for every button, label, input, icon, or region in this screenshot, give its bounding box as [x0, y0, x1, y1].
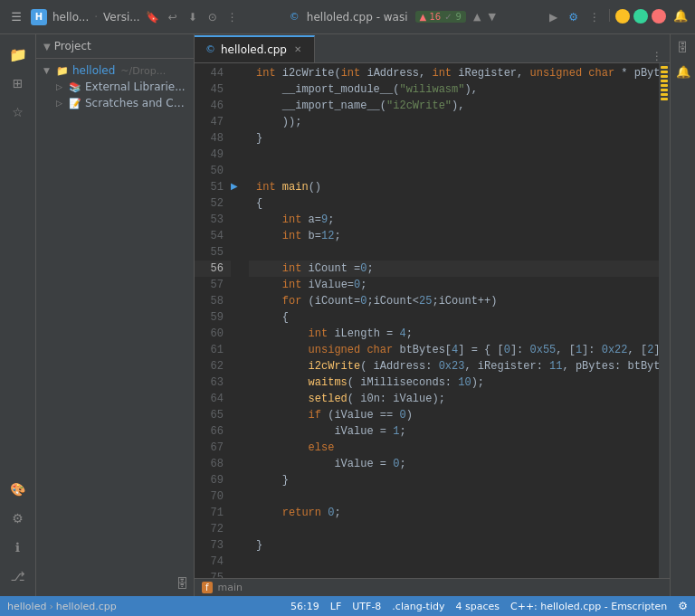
code-line-45: __import_module__("wiliwasm"), — [249, 81, 659, 98]
nav-down-icon[interactable]: ▼ — [488, 11, 495, 23]
status-inspection[interactable]: .clang-tidy — [392, 601, 444, 612]
project-tree: ▼ 📁 helloled ~/Drop... ▷ 📚 External Libr… — [36, 59, 194, 571]
title-bar: ☰ H hello... · Versi... 🔖 ↩ ⬇ ⊙ ⋮ © hell… — [0, 0, 695, 34]
minimap-scrollbar — [659, 63, 670, 578]
code-content[interactable]: int i2cWrite(int iAddress, int iRegister… — [249, 63, 659, 578]
tab-more-icon[interactable]: ⋮ — [652, 50, 662, 62]
structure-icon[interactable]: ⊞ — [5, 71, 31, 96]
target-icon[interactable]: ⊙ — [205, 10, 220, 24]
code-line-69: } — [249, 472, 659, 488]
title-bar-left: ☰ H hello... · Versi... 🔖 ↩ ⬇ ⊙ ⋮ — [7, 8, 240, 26]
code-line-66: iValue = 1; — [249, 423, 659, 440]
back-icon[interactable]: ↩ — [166, 10, 180, 24]
code-line-51: int main() — [249, 179, 659, 195]
code-line-70 — [249, 488, 659, 505]
close-button[interactable] — [652, 9, 666, 24]
minimize-button[interactable] — [615, 9, 630, 24]
bell-icon[interactable]: 🔔 — [673, 9, 688, 25]
tab-close-button[interactable]: ✕ — [292, 43, 303, 55]
tab-helloled[interactable]: © helloled.cpp ✕ — [195, 35, 315, 62]
code-line-74 — [249, 554, 659, 570]
db-icon[interactable]: 🗄 — [176, 576, 188, 591]
code-line-58: for (iCount=0;iCount<25;iCount++) — [249, 293, 659, 309]
project-chevron: ▼ — [43, 42, 51, 52]
code-line-54: int b=12; — [249, 228, 659, 244]
external-label: External Librarie... — [85, 81, 186, 93]
code-line-75 — [249, 570, 659, 578]
status-language[interactable]: C++: helloled.cpp - Emscripten — [510, 601, 667, 612]
breadcrumb-file[interactable]: helloled.cpp — [56, 601, 117, 612]
folder-icon[interactable]: 📁 — [5, 42, 31, 67]
project-panel: ▼ Project ▼ 📁 helloled ~/Drop... ▷ 📚 Ext… — [36, 34, 195, 596]
status-bar: helloled › helloled.cpp 56:19 LF UTF-8 .… — [0, 596, 695, 616]
scroll-marker-2 — [661, 71, 668, 73]
code-line-55 — [249, 244, 659, 261]
scroll-marker-1 — [661, 66, 668, 69]
tree-item-scratches[interactable]: ▷ 📝 Scratches and Co... — [36, 95, 194, 111]
code-line-68: iValue = 0; — [249, 456, 659, 472]
scroll-marker-3 — [661, 75, 668, 78]
project-name: hello... — [52, 11, 89, 24]
tab-file-icon: © — [205, 43, 215, 55]
debug-icon[interactable]: ⚙ — [565, 9, 582, 25]
scroll-marker-6 — [661, 89, 668, 91]
palette-icon[interactable]: 🎨 — [5, 477, 31, 502]
project-header[interactable]: ▼ Project — [36, 34, 194, 59]
code-line-53: int a=9; — [249, 212, 659, 228]
more2-icon[interactable]: ⋮ — [586, 9, 604, 25]
status-line-ending[interactable]: LF — [330, 601, 341, 612]
nav-up-icon[interactable]: ▲ — [473, 11, 481, 23]
file-icon: © — [290, 11, 300, 23]
run-icon[interactable]: ▶ — [546, 9, 561, 25]
code-line-63: waitms( iMilliseconds: 10); — [249, 374, 659, 391]
warning-count: ▲ 16 — [420, 12, 442, 22]
breadcrumb-helloled[interactable]: helloled — [7, 601, 46, 612]
code-line-67: else — [249, 440, 659, 456]
scroll-marker-8 — [661, 98, 668, 100]
code-line-64: setled( i0n: iValue); — [249, 391, 659, 407]
git-icon[interactable]: ⎇ — [5, 564, 31, 589]
library-icon: 📚 — [69, 81, 81, 93]
function-icon: f — [202, 582, 213, 593]
right-panel: 🗄 🔔 — [670, 34, 695, 596]
separator — [609, 9, 610, 22]
more-icon[interactable]: ⋮ — [225, 10, 240, 24]
info-icon[interactable]: ℹ — [5, 535, 31, 560]
hamburger-icon[interactable]: ☰ — [7, 8, 25, 26]
title-filename: helloled.cpp - wasi — [307, 11, 408, 24]
bookmark-icon[interactable]: 🔖 — [146, 10, 160, 24]
scratches-label: Scratches and Co... — [85, 97, 190, 109]
project-label: Project — [54, 40, 91, 52]
maximize-button[interactable] — [633, 9, 648, 24]
download-icon[interactable]: ⬇ — [186, 10, 200, 24]
plugin-icon[interactable]: ⚙ — [5, 506, 31, 531]
gutter: ▶ — [231, 63, 249, 578]
status-position[interactable]: 56:19 — [290, 601, 319, 612]
tree-item-external[interactable]: ▷ 📚 External Librarie... — [36, 79, 194, 95]
code-line-46: __import_name__("i2cWrite"), — [249, 98, 659, 114]
line-numbers: 44 45 46 47 48 49 50 51 52 53 54 55 56 5… — [195, 63, 231, 578]
run-gutter-icon[interactable]: ▶ — [231, 177, 249, 194]
code-line-44: int i2cWrite(int iAddress, int iRegister… — [249, 65, 659, 81]
scroll-marker-5 — [661, 84, 668, 87]
expand-arrow: ▼ — [43, 66, 52, 75]
tree-item-helloled[interactable]: ▼ 📁 helloled ~/Drop... — [36, 62, 194, 79]
code-line-49 — [249, 147, 659, 163]
bell-right-icon[interactable]: 🔔 — [673, 62, 693, 81]
expand-arrow2: ▷ — [56, 82, 65, 91]
scroll-marker-4 — [661, 80, 668, 82]
status-indent[interactable]: 4 spaces — [456, 601, 500, 612]
check-count: 9 — [456, 12, 462, 22]
status-settings-icon[interactable]: ⚙ — [678, 600, 688, 612]
bookmark-side-icon[interactable]: ☆ — [5, 100, 31, 125]
settings-icon: ⚙ — [678, 600, 688, 612]
code-line-48: } — [249, 130, 659, 147]
tab-filename: helloled.cpp — [221, 43, 287, 56]
db-right-icon[interactable]: 🗄 — [674, 38, 691, 57]
code-line-47: )); — [249, 114, 659, 130]
status-encoding[interactable]: UTF-8 — [352, 601, 381, 612]
code-line-61: unsigned char btBytes[4] = { [0]: 0x55, … — [249, 342, 659, 358]
main-layout: 📁 ⊞ ☆ 🎨 ⚙ ℹ ⎇ ▼ Project ▼ 📁 helloled ~/D… — [0, 34, 695, 596]
helloled-label: helloled — [72, 64, 115, 77]
panel-bottom: 🗄 — [36, 571, 194, 596]
